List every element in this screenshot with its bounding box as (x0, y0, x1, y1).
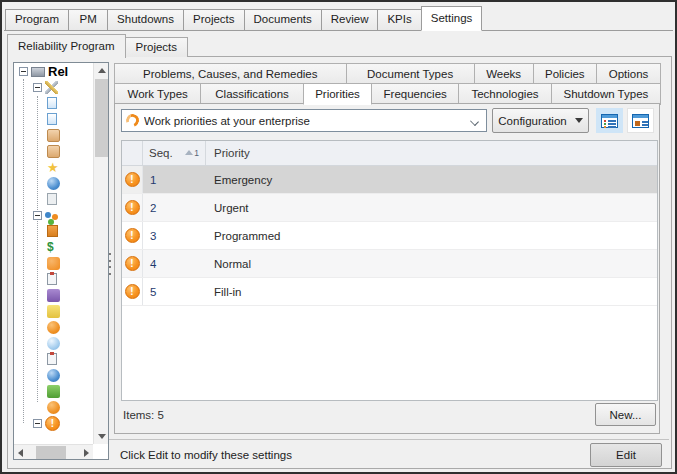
new-button-label: New... (610, 409, 642, 421)
sub-tab-reliability-program[interactable]: Reliability Program (7, 34, 126, 58)
tree-item[interactable] (14, 287, 93, 303)
settings-tab-row-2: Work TypesClassificationsPrioritiesFrequ… (114, 83, 660, 104)
tree-item[interactable] (14, 319, 93, 335)
sub-tab-projects[interactable]: Projects (125, 37, 189, 57)
table-row[interactable]: !4Normal (122, 250, 657, 278)
settings-tab-frequencies[interactable]: Frequencies (371, 83, 459, 105)
settings-tab-problems-causes-and-remedies[interactable]: Problems, Causes, and Remedies (114, 63, 347, 84)
configuration-button[interactable]: Configuration (492, 108, 589, 133)
warning-icon: ! (45, 416, 60, 431)
settings-tab-work-types[interactable]: Work Types (114, 83, 201, 105)
settings-tab-shutdown-types[interactable]: Shutdown Types (551, 83, 661, 105)
priority-cell: Emergency (206, 166, 657, 193)
sort-ascending-icon: 1 (185, 148, 199, 158)
main-tab-settings[interactable]: Settings (421, 6, 483, 31)
navigation-tree[interactable]: Rel★$! (14, 63, 93, 444)
tree-item[interactable] (14, 399, 93, 415)
tree-item[interactable]: ! (14, 415, 93, 431)
card-view-button[interactable] (627, 108, 654, 133)
tree-item[interactable] (14, 271, 93, 287)
tree-item[interactable] (14, 143, 93, 159)
icon-column-header[interactable] (122, 141, 143, 165)
tree-item[interactable] (14, 191, 93, 207)
table-row[interactable]: !1Emergency (122, 166, 657, 194)
scroll-up-button[interactable] (94, 63, 109, 78)
settings-tab-priorities[interactable]: Priorities (303, 83, 372, 105)
card-view-icon (632, 114, 649, 128)
settings-tab-classifications[interactable]: Classifications (200, 83, 304, 105)
collapse-icon[interactable] (33, 419, 42, 428)
main-tab-pm[interactable]: PM (68, 9, 108, 30)
tree-item[interactable] (14, 335, 93, 351)
tree-item[interactable]: Rel (14, 63, 93, 79)
document-blue-icon (47, 113, 57, 125)
tree-item[interactable] (14, 255, 93, 271)
tree-item[interactable] (14, 223, 93, 239)
tree-item[interactable] (14, 111, 93, 127)
table-row[interactable]: !2Urgent (122, 194, 657, 222)
main-tab-program[interactable]: Program (5, 9, 69, 30)
priority-column-label: Priority (214, 147, 250, 159)
ball-blue-icon (47, 177, 60, 190)
seq-cell: 2 (143, 194, 206, 221)
new-button[interactable]: New... (595, 403, 656, 426)
main-tab-review[interactable]: Review (321, 9, 379, 30)
table-row[interactable]: !3Programmed (122, 222, 657, 250)
arrow-left-icon (18, 449, 23, 457)
seq-column-label: Seq. (149, 147, 173, 159)
priority-column-header[interactable]: Priority (206, 141, 657, 165)
collapse-icon[interactable] (33, 211, 42, 220)
clipboard-icon (47, 273, 57, 285)
tree-item[interactable] (14, 127, 93, 143)
collapse-icon[interactable] (33, 83, 42, 92)
tree-item[interactable]: $ (14, 239, 93, 255)
scroll-left-button[interactable] (14, 445, 29, 460)
navigation-tree-panel: Rel★$! (13, 62, 109, 460)
tree-item[interactable] (14, 351, 93, 367)
main-tab-shutdowns[interactable]: Shutdowns (107, 9, 184, 30)
items-count-label: Items: 5 (123, 409, 164, 421)
tree-vertical-scrollbar[interactable] (93, 63, 108, 444)
colored-balls-icon (45, 212, 51, 218)
settings-tab-technologies[interactable]: Technologies (458, 83, 552, 105)
priority-cell: Urgent (206, 194, 657, 221)
main-tab-kpis[interactable]: KPIs (377, 9, 421, 30)
seq-cell: 3 (143, 222, 206, 249)
main-tab-documents[interactable]: Documents (244, 9, 322, 30)
panel-splitter[interactable] (109, 253, 113, 275)
seq-column-header[interactable]: Seq. 1 (143, 141, 206, 165)
ball-orange-icon (47, 401, 60, 414)
horizontal-scroll-thumb[interactable] (36, 446, 66, 459)
tree-item[interactable]: ★ (14, 159, 93, 175)
scroll-down-button[interactable] (94, 429, 109, 444)
list-view-button[interactable] (596, 108, 623, 133)
tree-horizontal-scrollbar[interactable] (14, 444, 93, 459)
vertical-scroll-thumb[interactable] (95, 79, 108, 157)
settings-tab-policies[interactable]: Policies (533, 63, 598, 84)
priority-cell: Programmed (206, 222, 657, 249)
tree-item[interactable] (14, 79, 93, 95)
dollar-icon: $ (47, 241, 60, 254)
settings-tab-weeks[interactable]: Weeks (474, 63, 534, 84)
main-tab-bar: ProgramPMShutdownsProjectsDocumentsRevie… (4, 4, 673, 31)
tree-item[interactable] (14, 367, 93, 383)
tree-item[interactable] (14, 95, 93, 111)
arrow-down-icon (98, 434, 106, 439)
tree-item[interactable] (14, 175, 93, 191)
seq-cell: 5 (143, 278, 206, 305)
tree-item[interactable] (14, 303, 93, 319)
reliability-program-page: Rel★$! Problems, Causes, and RemediesDoc… (7, 56, 672, 469)
priority-cell: Fill-in (206, 278, 657, 305)
settings-tab-document-types[interactable]: Document Types (346, 63, 475, 84)
priority-scheme-combobox[interactable]: Work priorities at your enterprise (121, 109, 487, 132)
tree-item[interactable] (14, 207, 93, 223)
tree-item[interactable] (14, 383, 93, 399)
box-yellow-icon (47, 305, 60, 318)
edit-button[interactable]: Edit (590, 443, 662, 467)
scroll-right-button[interactable] (78, 445, 93, 460)
settings-tab-options[interactable]: Options (596, 63, 661, 84)
main-tab-projects[interactable]: Projects (183, 9, 245, 30)
ball-lightblue-icon (47, 337, 60, 350)
table-row[interactable]: !5Fill-in (122, 278, 657, 306)
collapse-icon[interactable] (19, 67, 28, 76)
